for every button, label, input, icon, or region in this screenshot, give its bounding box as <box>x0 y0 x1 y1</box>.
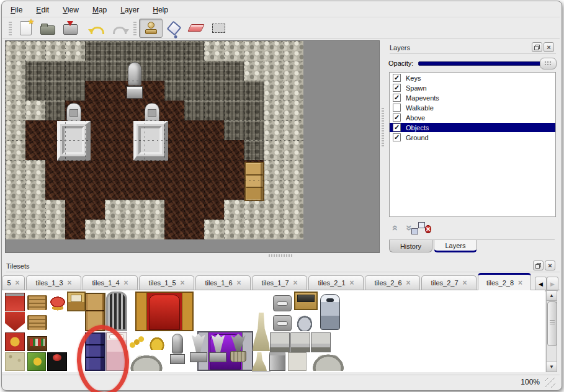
tab-close-icon[interactable]: × <box>518 279 522 287</box>
rock-mound-2-tile[interactable] <box>309 351 347 371</box>
dock-tab-history[interactable]: History <box>389 240 432 252</box>
tab-close-icon[interactable]: × <box>181 279 185 287</box>
eagle-statue-tile[interactable] <box>189 332 208 371</box>
tab-close-icon[interactable]: × <box>16 279 20 287</box>
eagle-statue-2-tile[interactable] <box>208 332 228 371</box>
tileset-tab-tiles_1_6[interactable]: tiles_1_6× <box>195 275 251 290</box>
gold-pile-tile[interactable] <box>148 335 166 350</box>
tab-close-icon[interactable]: × <box>237 279 241 287</box>
layer-visibility-checkbox[interactable]: ✓ <box>393 133 401 141</box>
layer-visibility-checkbox[interactable] <box>393 104 401 112</box>
open-button[interactable] <box>37 19 59 37</box>
book-bench-tile[interactable] <box>27 336 47 351</box>
tileset-tab-tiles_1_7[interactable]: tiles_1_7× <box>252 275 307 290</box>
layer-visibility-checkbox[interactable]: ✓ <box>393 74 401 82</box>
tab-close-icon[interactable]: × <box>124 279 128 287</box>
metal-gate-tile[interactable] <box>106 292 127 331</box>
float-panel-button[interactable] <box>532 42 542 52</box>
tileset-tab-5[interactable]: 5× <box>2 275 25 290</box>
stone-table-tile[interactable] <box>270 332 290 352</box>
stone-slab-tile[interactable] <box>273 295 292 311</box>
layer-row-above[interactable]: ✓Above <box>390 113 555 122</box>
silver-armor-tile[interactable] <box>320 294 340 330</box>
opacity-slider-handle[interactable] <box>540 58 557 69</box>
stone-table-2-tile[interactable] <box>290 332 310 352</box>
float-tilesets-button[interactable] <box>533 261 544 270</box>
menu-edit[interactable]: Edit <box>34 4 51 16</box>
stone-table-3-tile[interactable] <box>311 332 331 352</box>
tab-close-icon[interactable]: × <box>68 279 72 287</box>
scroll-down-button[interactable]: ▼ <box>547 362 557 372</box>
toolbar-drag-handle[interactable] <box>9 20 12 35</box>
layer-row-spawn[interactable]: ✓Spawn <box>390 83 555 92</box>
move-layer-up-button[interactable]: « <box>393 223 398 234</box>
layer-row-walkable[interactable]: Walkable <box>390 103 555 112</box>
layer-visibility-checkbox[interactable]: ✓ <box>393 114 401 122</box>
crest-banner-tile[interactable] <box>5 332 25 351</box>
light-block-tile[interactable] <box>288 352 307 371</box>
layer-row-keys[interactable]: ✓Keys <box>390 73 555 82</box>
eraser-tool-button[interactable] <box>185 19 207 37</box>
tab-close-icon[interactable]: × <box>350 279 354 287</box>
armor-pile-tile[interactable] <box>294 313 315 331</box>
layer-row-ground[interactable]: ✓Ground <box>390 133 555 142</box>
scrollbar-thumb[interactable] <box>547 301 557 346</box>
tab-close-icon[interactable]: × <box>463 279 467 287</box>
tileset-tab-tiles_2_1[interactable]: tiles_2_1× <box>308 275 364 290</box>
toolbar-drag-handle[interactable] <box>133 20 137 35</box>
resize-grip[interactable] <box>545 378 555 388</box>
close-tilesets-button[interactable]: × <box>545 261 555 270</box>
small-obelisk-tile[interactable] <box>252 352 267 371</box>
tileset-scrollbar[interactable]: ▲ ▼ <box>546 290 557 372</box>
stamp-tool-button[interactable] <box>139 19 163 38</box>
red-pouf-tile[interactable] <box>48 295 67 311</box>
tab-close-icon[interactable]: × <box>293 279 298 287</box>
tab-close-icon[interactable]: × <box>406 279 411 287</box>
undo-button[interactable] <box>86 19 109 37</box>
tileset-tab-tiles_1_4[interactable]: tiles_1_4× <box>83 275 138 290</box>
scroll-up-button[interactable]: ▲ <box>547 291 557 301</box>
menu-layer[interactable]: Layer <box>119 4 141 16</box>
gold-chain-tile[interactable] <box>128 335 146 350</box>
loom-2-tile[interactable] <box>27 315 47 330</box>
hooded-statue-tile-tile[interactable] <box>168 332 187 371</box>
delete-layer-button[interactable]: ✕ <box>425 223 431 234</box>
black-shelf-tile[interactable] <box>47 352 67 371</box>
obelisk-tile[interactable] <box>253 313 270 351</box>
menu-help[interactable]: Help <box>151 4 170 16</box>
rect-select-tool-button[interactable] <box>207 19 230 37</box>
mirror-table-tile[interactable] <box>67 292 86 311</box>
green-flag-tile[interactable] <box>27 352 46 371</box>
stone-slab-2-tile[interactable] <box>273 315 292 331</box>
new-button[interactable] <box>14 19 37 37</box>
close-panel-button[interactable]: × <box>544 42 554 52</box>
menu-file[interactable]: File <box>9 4 24 16</box>
save-button[interactable] <box>59 19 81 37</box>
tileset-tab-tiles_2_6[interactable]: tiles_2_6× <box>365 275 420 290</box>
rock-mound-tile[interactable] <box>127 352 166 371</box>
tan-chest-tile[interactable] <box>294 292 318 310</box>
redo-button[interactable] <box>109 19 131 37</box>
opacity-slider[interactable] <box>418 61 556 66</box>
red-throne-tile[interactable] <box>135 292 194 331</box>
tileset-tab-tiles_2_7[interactable]: tiles_2_7× <box>421 275 477 290</box>
layer-visibility-checkbox[interactable]: ✓ <box>393 84 401 92</box>
menu-map[interactable]: Map <box>91 4 109 16</box>
menu-view[interactable]: View <box>61 4 81 16</box>
red-banner-bottom-tile[interactable] <box>5 312 25 331</box>
tileset-tab-tiles_2_8[interactable]: tiles_2_8× <box>478 273 531 290</box>
layer-visibility-checkbox[interactable]: ✓ <box>393 123 401 131</box>
stone-pillar-tile[interactable] <box>269 352 285 371</box>
fill-tool-button[interactable] <box>163 19 185 37</box>
layer-row-objects[interactable]: ✓Objects <box>390 123 555 132</box>
red-banner-top-tile[interactable] <box>5 293 25 311</box>
tileset-tab-tiles_1_5[interactable]: tiles_1_5× <box>139 275 194 290</box>
loom-tile[interactable] <box>27 295 47 310</box>
horizontal-splitter-handle[interactable] <box>269 254 293 257</box>
tan-mat-tile[interactable] <box>5 352 25 371</box>
layer-visibility-checkbox[interactable]: ✓ <box>393 94 401 102</box>
move-layer-down-button[interactable]: « <box>405 223 411 234</box>
gargoyle-tile[interactable] <box>228 332 248 371</box>
tileset-tab-tiles_1_3[interactable]: tiles_1_3× <box>26 275 81 290</box>
layer-row-mapevents[interactable]: ✓Mapevents <box>390 93 555 102</box>
